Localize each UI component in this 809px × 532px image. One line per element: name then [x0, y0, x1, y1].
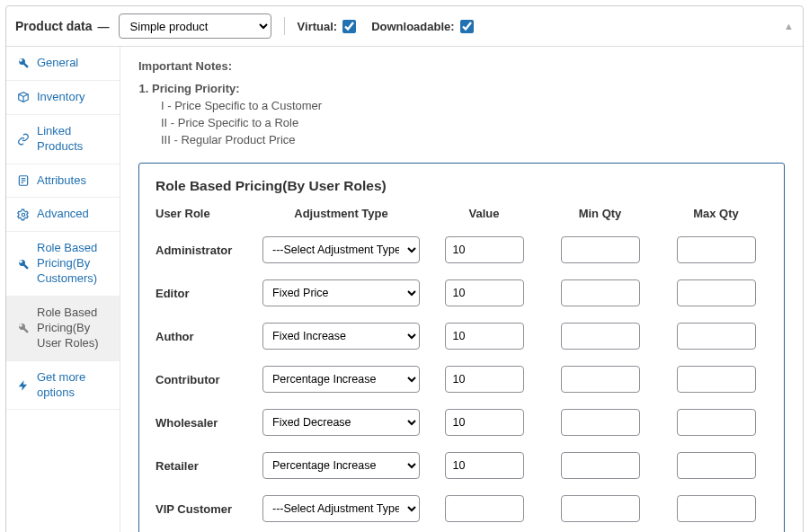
- role-based-pricing-box: Role Based Pricing(By User Roles) User R…: [138, 163, 785, 532]
- min-input[interactable]: [561, 279, 640, 306]
- tab-label: Linked Products: [37, 124, 109, 155]
- value-input[interactable]: [445, 236, 524, 263]
- downloadable-checkbox[interactable]: [460, 20, 474, 33]
- tab-inventory[interactable]: Inventory: [6, 81, 120, 115]
- tab-role-based-pricing-by-customers[interactable]: Role Based Pricing(By Customers): [6, 232, 120, 297]
- sidebar: GeneralInventoryLinked ProductsAttribute…: [6, 47, 120, 532]
- value-input[interactable]: [445, 366, 524, 393]
- notes-priority: Pricing Priority: I - Price Specific to …: [152, 82, 785, 146]
- role-label: Author: [156, 330, 250, 343]
- tab-linked-products[interactable]: Linked Products: [6, 115, 120, 164]
- value-input[interactable]: [445, 495, 524, 522]
- notes-heading: Important Notes:: [138, 59, 785, 73]
- adjustment-type-select[interactable]: ---Select Adjustment Type---Fixed PriceF…: [262, 409, 420, 436]
- tab-label: Attributes: [37, 173, 86, 189]
- min-input[interactable]: [561, 236, 640, 263]
- tab-general[interactable]: General: [6, 47, 120, 81]
- box-icon: [17, 91, 30, 103]
- header-user-role: User Role: [156, 207, 250, 220]
- max-input[interactable]: [677, 409, 756, 436]
- tab-label: Inventory: [37, 90, 84, 105]
- tab-label: Advanced: [37, 207, 89, 222]
- max-input[interactable]: [677, 236, 756, 263]
- min-input[interactable]: [561, 323, 640, 350]
- adjustment-type-select[interactable]: ---Select Adjustment Type---Fixed PriceF…: [262, 495, 420, 522]
- min-input[interactable]: [561, 366, 640, 393]
- virtual-label[interactable]: Virtual:: [298, 17, 360, 36]
- max-input[interactable]: [677, 495, 756, 522]
- note-icon: [17, 174, 30, 187]
- tab-role-based-pricing-by-user-roles[interactable]: Role Based Pricing(By User Roles): [6, 297, 120, 361]
- gear-icon: [17, 208, 30, 221]
- role-label: Wholesaler: [156, 416, 250, 430]
- role-label: Retailer: [156, 459, 250, 473]
- header-value: Value: [469, 207, 500, 220]
- wrench-icon: [17, 57, 30, 69]
- role-box-title: Role Based Pricing(By User Roles): [156, 178, 768, 194]
- value-input[interactable]: [445, 323, 524, 350]
- bolt-icon: [17, 379, 30, 392]
- downloadable-label[interactable]: Downloadable:: [371, 17, 476, 36]
- tab-label: Role Based Pricing(By Customers): [37, 241, 109, 287]
- max-input[interactable]: [677, 452, 756, 479]
- notes-line-3: III - Regular Product Price: [161, 133, 785, 146]
- wrench-icon: [17, 258, 30, 270]
- adjustment-type-select[interactable]: ---Select Adjustment Type---Fixed PriceF…: [262, 279, 420, 306]
- wrench-icon: [17, 322, 30, 334]
- max-input[interactable]: [677, 366, 756, 393]
- min-input[interactable]: [561, 495, 640, 522]
- panel-title: Product data: [15, 19, 93, 33]
- value-input[interactable]: [445, 452, 524, 479]
- important-notes: Important Notes: Pricing Priority: I - P…: [138, 59, 785, 146]
- collapse-icon[interactable]: ▲: [784, 21, 794, 31]
- svg-point-4: [22, 213, 25, 217]
- role-label: VIP Customer: [156, 502, 250, 516]
- tab-label: Get more options: [37, 370, 109, 401]
- header-max-qty: Max Qty: [693, 207, 739, 220]
- value-input[interactable]: [445, 279, 524, 306]
- product-data-panel: Product data — Simple product Virtual: D…: [5, 5, 804, 532]
- role-label: Editor: [156, 287, 250, 300]
- link-icon: [17, 133, 30, 146]
- adjustment-type-select[interactable]: ---Select Adjustment Type---Fixed PriceF…: [262, 366, 420, 393]
- notes-line-2: II - Price Specific to a Role: [161, 116, 785, 129]
- dash: —: [98, 20, 110, 33]
- role-grid: User Role Adjustment Type Value Min Qty …: [156, 207, 768, 522]
- tab-attributes[interactable]: Attributes: [6, 164, 120, 199]
- header-adjustment-type: Adjustment Type: [294, 207, 388, 220]
- content-area: Important Notes: Pricing Priority: I - P…: [120, 47, 803, 532]
- notes-line-1: I - Price Specific to a Customer: [161, 99, 785, 112]
- min-input[interactable]: [561, 409, 640, 436]
- max-input[interactable]: [677, 279, 756, 306]
- tab-label: General: [37, 56, 78, 71]
- adjustment-type-select[interactable]: ---Select Adjustment Type---Fixed PriceF…: [262, 452, 420, 479]
- min-input[interactable]: [561, 452, 640, 479]
- virtual-checkbox[interactable]: [342, 20, 356, 33]
- role-label: Administrator: [156, 244, 250, 257]
- max-input[interactable]: [677, 323, 756, 350]
- header-min-qty: Min Qty: [579, 207, 622, 220]
- tab-label: Role Based Pricing(By User Roles): [37, 306, 109, 351]
- role-label: Contributor: [156, 373, 250, 386]
- tab-get-more-options[interactable]: Get more options: [6, 361, 120, 411]
- adjustment-type-select[interactable]: ---Select Adjustment Type---Fixed PriceF…: [262, 323, 420, 350]
- tab-advanced[interactable]: Advanced: [6, 198, 120, 232]
- panel-header: Product data — Simple product Virtual: D…: [6, 6, 803, 47]
- adjustment-type-select[interactable]: ---Select Adjustment Type---Fixed PriceF…: [262, 236, 420, 263]
- value-input[interactable]: [445, 409, 524, 436]
- product-type-select[interactable]: Simple product: [119, 13, 271, 39]
- separator: [284, 17, 285, 35]
- panel-body: GeneralInventoryLinked ProductsAttribute…: [6, 47, 803, 532]
